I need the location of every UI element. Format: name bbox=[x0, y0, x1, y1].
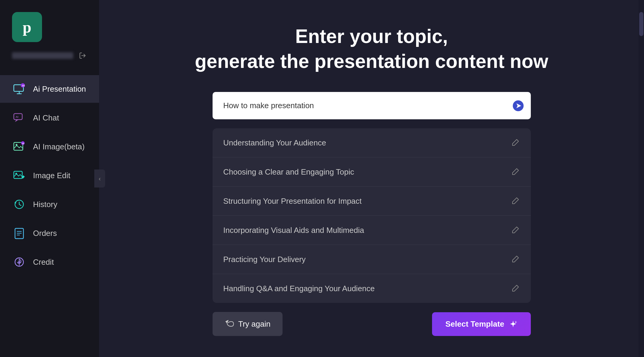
result-text-3: Structuring Your Presentation for Impact bbox=[223, 197, 362, 206]
sidebar-item-label-image-edit: Image Edit bbox=[33, 171, 70, 180]
logout-icon[interactable] bbox=[78, 51, 87, 60]
svg-text:AI: AI bbox=[22, 84, 25, 87]
sidebar-item-label-orders: Orders bbox=[33, 229, 57, 238]
topic-search-input[interactable] bbox=[213, 92, 531, 119]
sidebar-item-label-history: History bbox=[33, 200, 57, 209]
sidebar-item-label-ai-image: AI Image(beta) bbox=[33, 142, 85, 151]
ai-presentation-icon: AI bbox=[12, 82, 26, 96]
result-item-1[interactable]: Understanding Your Audience bbox=[213, 128, 531, 157]
svg-rect-13 bbox=[14, 171, 22, 178]
sidebar-item-ai-chat[interactable]: AI AI Chat bbox=[0, 104, 99, 132]
results-list: Understanding Your Audience Choosing a C… bbox=[213, 128, 531, 303]
search-submit-button[interactable] bbox=[513, 100, 524, 111]
edit-icon-6[interactable] bbox=[510, 284, 520, 293]
sidebar-item-label-ai-presentation: Ai Presentation bbox=[33, 84, 86, 94]
svg-text:AI: AI bbox=[22, 142, 24, 145]
svg-point-23 bbox=[18, 261, 20, 263]
sidebar-item-ai-image[interactable]: AI AI Image(beta) bbox=[0, 133, 99, 160]
sidebar-collapse-button[interactable]: ‹ bbox=[94, 169, 105, 188]
result-text-1: Understanding Your Audience bbox=[223, 138, 326, 148]
select-template-label: Select Template bbox=[445, 319, 504, 329]
sidebar-item-label-ai-chat: AI Chat bbox=[33, 113, 59, 123]
scrollbar-track bbox=[639, 0, 644, 357]
sidebar-item-image-edit[interactable]: Image Edit bbox=[0, 162, 99, 189]
try-again-button[interactable]: Try again bbox=[213, 312, 283, 336]
ai-chat-icon: AI bbox=[12, 111, 26, 125]
edit-icon-5[interactable] bbox=[510, 255, 520, 264]
search-container bbox=[213, 92, 531, 119]
ai-image-icon: AI bbox=[12, 139, 26, 154]
app-logo: p bbox=[12, 12, 42, 42]
bottom-actions: Try again Select Template bbox=[213, 312, 531, 336]
sparkle-icon bbox=[509, 319, 518, 328]
history-icon bbox=[12, 197, 26, 212]
edit-icon-3[interactable] bbox=[510, 196, 520, 206]
sidebar-item-credit[interactable]: Credit bbox=[0, 248, 99, 276]
result-item-2[interactable]: Choosing a Clear and Engaging Topic bbox=[213, 157, 531, 187]
sidebar: p AI Ai Presentation bbox=[0, 0, 99, 357]
page-title: Enter your topic, generate the presentat… bbox=[195, 24, 548, 74]
result-text-6: Handling Q&A and Engaging Your Audience bbox=[223, 284, 375, 293]
user-area bbox=[0, 48, 99, 69]
result-item-3[interactable]: Structuring Your Presentation for Impact bbox=[213, 187, 531, 216]
try-again-icon bbox=[225, 319, 234, 329]
edit-icon-2[interactable] bbox=[510, 167, 520, 177]
svg-text:AI: AI bbox=[16, 115, 18, 118]
logo-area: p bbox=[0, 0, 99, 48]
orders-icon bbox=[12, 226, 26, 240]
main-content: Enter your topic, generate the presentat… bbox=[99, 0, 644, 357]
select-template-button[interactable]: Select Template bbox=[432, 312, 531, 336]
image-edit-icon bbox=[12, 168, 26, 183]
sidebar-item-history[interactable]: History bbox=[0, 191, 99, 218]
edit-icon-1[interactable] bbox=[510, 138, 520, 148]
edit-icon-4[interactable] bbox=[510, 225, 520, 235]
scrollbar-thumb[interactable] bbox=[639, 12, 643, 36]
credit-icon bbox=[12, 255, 26, 269]
result-item-5[interactable]: Practicing Your Delivery bbox=[213, 245, 531, 274]
result-text-2: Choosing a Clear and Engaging Topic bbox=[223, 167, 354, 177]
try-again-label: Try again bbox=[238, 319, 271, 329]
sidebar-item-orders[interactable]: Orders bbox=[0, 219, 99, 247]
sidebar-nav: AI Ai Presentation AI AI Chat bbox=[0, 69, 99, 282]
sidebar-item-ai-presentation[interactable]: AI Ai Presentation bbox=[0, 75, 99, 103]
result-text-4: Incorporating Visual Aids and Multimedia bbox=[223, 226, 364, 235]
result-item-6[interactable]: Handling Q&A and Engaging Your Audience bbox=[213, 274, 531, 303]
result-text-5: Practicing Your Delivery bbox=[223, 255, 306, 264]
sidebar-item-label-credit: Credit bbox=[33, 258, 54, 267]
result-item-4[interactable]: Incorporating Visual Aids and Multimedia bbox=[213, 216, 531, 245]
user-name-blurred bbox=[12, 52, 73, 59]
